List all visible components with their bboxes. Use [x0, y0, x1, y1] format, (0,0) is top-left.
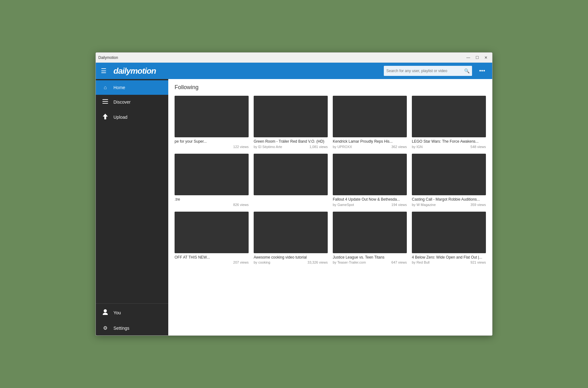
video-title: OFF AT THIS NEW... — [175, 255, 249, 260]
video-thumbnail: PIRATES PIRATE CORSAIR Advertisement — [254, 154, 328, 195]
video-views: 194 views — [391, 203, 407, 207]
video-meta: 207 views — [175, 260, 249, 264]
video-views: 826 views — [233, 203, 249, 207]
close-button[interactable]: ✕ — [482, 54, 490, 61]
app-body: ⌂ Home Discover — [96, 79, 492, 335]
video-title: Kendrick Lamar Proudly Reps His... — [333, 139, 407, 144]
video-author: by UPROXX — [333, 145, 352, 149]
video-card[interactable]: CNN CHALLENGE STAFF PICKS 06:57 OFF AT T… — [175, 212, 249, 265]
video-meta: by cooking 33,326 views — [254, 260, 328, 264]
app-header: ☰ dailymotion 🔍 ••• — [96, 63, 492, 79]
video-thumbnail: TRENDING 00:18 — [254, 212, 328, 253]
sidebar-item-settings-label: Settings — [113, 326, 130, 331]
video-card[interactable]: STAFF PICKS 01:35 Casting Call - Margot … — [412, 154, 486, 207]
video-thumbnail: STAFF PICKS 04:58 — [175, 154, 249, 195]
video-card[interactable]: OTS STAFF PICKS 00:57 pe for your Super.… — [175, 96, 249, 149]
video-views: 359 views — [470, 203, 486, 207]
sidebar-item-you-label: You — [113, 310, 121, 315]
home-icon: ⌂ — [102, 85, 108, 90]
video-meta: by W Magazine 359 views — [412, 203, 486, 207]
app-window: Dailymotion — ☐ ✕ ☰ dailymotion 🔍 ••• ⌂ … — [95, 52, 493, 336]
video-title: .tre — [175, 197, 249, 202]
video-title: Casting Call - Margot Robbie Auditions..… — [412, 197, 486, 202]
video-thumbnail: STAFF PICKS 01:35 — [412, 154, 486, 195]
video-meta: by Red Bull 921 views — [412, 260, 486, 264]
minimize-button[interactable]: — — [464, 54, 472, 61]
window-title: Dailymotion — [98, 55, 464, 60]
video-views: 921 views — [470, 260, 486, 264]
video-views: 647 views — [391, 260, 407, 264]
nav-items: ⌂ Home Discover — [96, 79, 168, 303]
video-thumbnail: STAFF PICKS 01:19 — [333, 212, 407, 253]
video-views: 548 views — [470, 145, 486, 149]
video-thumbnail: STAFF PICKS 01:38 — [412, 96, 486, 137]
video-views: 362 views — [391, 145, 407, 149]
sidebar-item-you[interactable]: You — [96, 305, 168, 321]
video-meta: by IGN 548 views — [412, 145, 486, 149]
more-options-button[interactable]: ••• — [477, 66, 487, 76]
search-input[interactable] — [386, 69, 464, 73]
video-views: 33,326 views — [308, 260, 328, 264]
svg-point-4 — [104, 309, 107, 312]
search-bar: 🔍 — [384, 66, 472, 76]
video-meta: 122 views — [175, 145, 249, 149]
main-content: Following OTS STAFF PICKS 00:57 pe for y… — [168, 79, 492, 335]
sidebar: ⌂ Home Discover — [96, 79, 168, 335]
sidebar-item-home[interactable]: ⌂ Home — [96, 80, 168, 95]
video-meta: by El Séptimo Arte 1,081 views — [254, 145, 328, 149]
video-card[interactable]: Bethesda PlayStation Plus NEWS February … — [333, 154, 407, 207]
svg-marker-3 — [103, 114, 108, 119]
video-card[interactable]: STAFF PICKS 01:19 Justice League vs. Tee… — [333, 212, 407, 265]
app-logo: dailymotion — [113, 66, 379, 76]
discover-icon — [102, 99, 108, 105]
video-card[interactable]: TRENDING 00:18 Awesome cooking video tut… — [254, 212, 328, 265]
video-grid: OTS STAFF PICKS 00:57 pe for your Super.… — [175, 96, 486, 264]
sidebar-item-discover-label: Discover — [113, 100, 130, 105]
sidebar-item-home-label: Home — [113, 85, 125, 90]
video-thumbnail: Bethesda PlayStation Plus NEWS February … — [333, 154, 407, 195]
video-meta: by GameSpot 194 views — [333, 203, 407, 207]
svg-rect-0 — [102, 99, 108, 100]
sidebar-item-discover[interactable]: Discover — [96, 95, 168, 109]
video-author: by W Magazine — [412, 203, 436, 207]
you-icon — [102, 309, 108, 316]
video-card[interactable]: EA STAFF PICKS 02:22 Green Room - Tráile… — [254, 96, 328, 149]
video-card[interactable]: STAFF PICKS 01:46 Kendrick Lamar Proudly… — [333, 96, 407, 149]
video-thumbnail: STAFF PICKS 01:46 — [333, 96, 407, 137]
video-card[interactable]: PIRATES PIRATE CORSAIR Advertisement — [254, 154, 328, 207]
sidebar-item-upload[interactable]: Upload — [96, 109, 168, 125]
maximize-button[interactable]: ☐ — [473, 54, 481, 61]
title-bar: Dailymotion — ☐ ✕ — [96, 53, 492, 63]
video-title: LEGO Star Wars: The Force Awakens... — [412, 139, 486, 144]
page-title: Following — [175, 84, 486, 91]
window-controls: — ☐ ✕ — [464, 54, 490, 61]
hamburger-icon[interactable]: ☰ — [101, 67, 108, 75]
video-thumbnail: EA STAFF PICKS 02:22 — [254, 96, 328, 137]
video-views: 1,081 views — [309, 145, 328, 149]
video-title: 4 Below Zero: Wide Open and Flat Out |..… — [412, 255, 486, 260]
video-meta: by Teaser-Trailer.com 647 views — [333, 260, 407, 264]
sidebar-bottom: You ⚙ Settings — [96, 303, 168, 335]
video-card[interactable]: STAFF PICKS 08:58 4 Below Zero: Wide Ope… — [412, 212, 486, 265]
svg-rect-2 — [102, 103, 108, 104]
video-title: Green Room - Tráiler Red Band V.O. (HD) — [254, 139, 328, 144]
video-author: by cooking — [254, 260, 270, 264]
video-author: by Teaser-Trailer.com — [333, 260, 366, 264]
video-views: 207 views — [233, 260, 249, 264]
settings-icon: ⚙ — [102, 325, 108, 331]
svg-rect-1 — [102, 101, 108, 102]
upload-icon — [102, 114, 108, 121]
video-card[interactable]: STAFF PICKS 04:58 .tre 826 views — [175, 154, 249, 207]
video-meta: by UPROXX 362 views — [333, 145, 407, 149]
video-title: Fallout 4 Update Out Now & Bethesda... — [333, 197, 407, 202]
video-thumbnail: CNN CHALLENGE STAFF PICKS 06:57 — [175, 212, 249, 253]
sidebar-item-settings[interactable]: ⚙ Settings — [96, 321, 168, 335]
video-card[interactable]: STAFF PICKS 01:38 LEGO Star Wars: The Fo… — [412, 96, 486, 149]
video-meta: 826 views — [175, 203, 249, 207]
video-thumbnail: OTS STAFF PICKS 00:57 — [175, 96, 249, 137]
video-title: pe for your Super... — [175, 139, 249, 144]
video-views: 122 views — [233, 145, 249, 149]
video-thumbnail: STAFF PICKS 08:58 — [412, 212, 486, 253]
video-author: by Red Bull — [412, 260, 429, 264]
video-title: Justice League vs. Teen Titans — [333, 255, 407, 260]
